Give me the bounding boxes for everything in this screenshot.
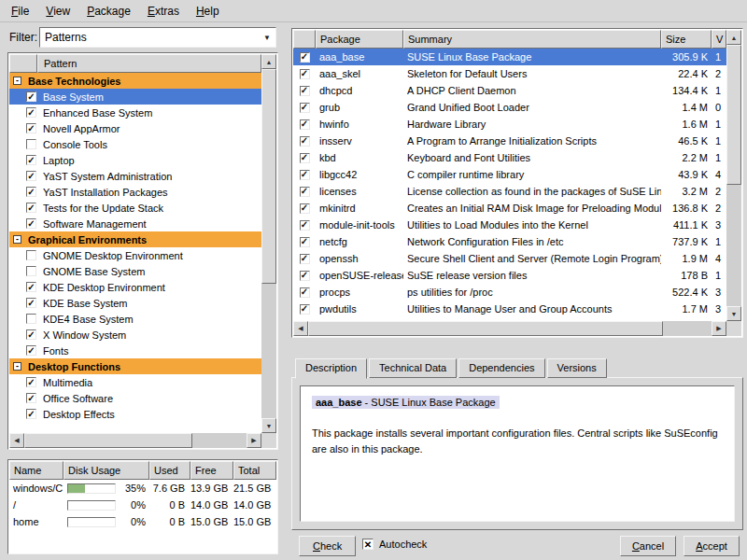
pattern-item-row[interactable]: ✓Multimedia: [9, 374, 261, 390]
scrollbar-thumb[interactable]: [261, 69, 276, 284]
autocheck-control[interactable]: ✕ Autocheck: [362, 539, 427, 550]
pattern-item-row[interactable]: KDE4 Base System: [9, 311, 261, 327]
scroll-right-icon[interactable]: ▶: [247, 433, 261, 448]
package-vertical-scrollbar[interactable]: ▲ ▼: [726, 30, 741, 321]
autocheck-label[interactable]: Autocheck: [379, 539, 427, 550]
menu-item-help[interactable]: Help: [189, 2, 227, 21]
menu-item-view[interactable]: View: [38, 2, 78, 21]
package-checkbox[interactable]: ✓: [300, 86, 310, 96]
package-checkbox[interactable]: ✓: [300, 103, 310, 113]
pattern-item-row[interactable]: ✓Novell AppArmor: [9, 120, 261, 136]
package-row[interactable]: ✓openSUSE-releaseSuSE release version fi…: [293, 267, 726, 284]
package-row[interactable]: ✓module-init-toolsUtilities to Load Modu…: [293, 217, 726, 233]
chevron-down-icon[interactable]: ▼: [259, 34, 275, 42]
scroll-left-icon[interactable]: ◀: [293, 321, 308, 336]
pattern-checkbox[interactable]: ✓: [26, 329, 36, 340]
package-checkbox[interactable]: ✓: [300, 220, 310, 231]
pattern-group-row[interactable]: -Base Technologies: [9, 73, 261, 89]
package-row[interactable]: ✓pwdutilsUtilities to Manage User and Gr…: [293, 301, 726, 317]
package-checkbox[interactable]: ✓: [300, 153, 310, 163]
package-row[interactable]: ✓netcfgNetwork Configuration Files in /e…: [293, 233, 726, 250]
pattern-status-column-header[interactable]: [9, 54, 37, 73]
pattern-item-row[interactable]: ✓YaST Installation Packages: [9, 184, 261, 200]
pattern-group-row[interactable]: -Graphical Environments: [9, 231, 261, 247]
scrollbar-thumb[interactable]: [24, 433, 192, 448]
package-horizontal-scrollbar[interactable]: ◀ ▶: [293, 321, 726, 336]
pattern-item-row[interactable]: ✓KDE Desktop Environment: [9, 279, 261, 295]
package-checkbox[interactable]: ✓: [300, 304, 310, 315]
pattern-item-row[interactable]: ✓Software Management: [9, 216, 261, 231]
pattern-vertical-scrollbar[interactable]: ▲ ▼: [261, 54, 276, 433]
pattern-item-row[interactable]: ✓YaST System Administration: [9, 168, 261, 184]
package-checkbox[interactable]: ✓: [300, 136, 310, 147]
pattern-checkbox[interactable]: ✓: [26, 123, 36, 133]
package-row[interactable]: ✓opensshSecure Shell Client and Server (…: [293, 250, 726, 267]
pattern-checkbox[interactable]: ✓: [26, 409, 36, 419]
check-button[interactable]: Check: [299, 536, 356, 556]
scroll-up-icon[interactable]: ▲: [726, 30, 741, 45]
package-row[interactable]: ✓mkinitrdCreates an Initial RAM Disk Ima…: [293, 200, 726, 217]
package-row[interactable]: ✓hwinfoHardware Library1.6 M1: [293, 116, 726, 133]
menu-item-extras[interactable]: Extras: [140, 2, 187, 21]
pattern-checkbox[interactable]: ✓: [26, 171, 36, 181]
pattern-checkbox[interactable]: ✓: [26, 203, 36, 213]
package-checkbox[interactable]: ✓: [300, 170, 310, 180]
package-row[interactable]: ✓procpsps utilities for /proc522.4 K3: [293, 284, 726, 301]
package-checkbox[interactable]: ✓: [300, 187, 310, 197]
package-row[interactable]: ✓grubGrand Unified Boot Loader1.4 M0: [293, 99, 726, 116]
pattern-item-row[interactable]: ✓Enhanced Base System: [9, 105, 261, 120]
package-row[interactable]: ✓libgcc42C compiler runtime library43.9 …: [293, 166, 726, 183]
pattern-checkbox[interactable]: ✓: [26, 107, 36, 118]
pattern-item-row[interactable]: ✓Desktop Effects: [9, 406, 261, 422]
accept-button[interactable]: Accept: [684, 536, 740, 556]
pattern-item-row[interactable]: ✓X Window System: [9, 327, 261, 343]
package-column-header[interactable]: Summary: [403, 30, 661, 49]
package-column-header[interactable]: Package: [316, 30, 403, 49]
pattern-checkbox[interactable]: ✓: [26, 298, 36, 308]
pattern-item-row[interactable]: Console Tools: [9, 136, 261, 152]
pattern-horizontal-scrollbar[interactable]: ◀ ▶: [9, 433, 261, 448]
pattern-item-row[interactable]: ✓Fonts: [9, 343, 261, 358]
pattern-checkbox[interactable]: [26, 139, 36, 149]
filter-dropdown[interactable]: Patterns ▼: [39, 27, 276, 48]
pattern-item-row[interactable]: ✓Laptop: [9, 152, 261, 168]
scrollbar-thumb[interactable]: [726, 45, 741, 185]
pattern-item-row[interactable]: GNOME Base System: [9, 263, 261, 279]
package-checkbox[interactable]: ✓: [300, 287, 310, 298]
scroll-left-icon[interactable]: ◀: [9, 433, 24, 448]
menu-item-file[interactable]: File: [4, 2, 36, 21]
menu-item-package[interactable]: Package: [79, 2, 138, 21]
collapse-minus-icon[interactable]: -: [13, 77, 21, 85]
pattern-item-row[interactable]: ✓KDE Base System: [9, 295, 261, 311]
package-checkbox[interactable]: ✓: [300, 237, 310, 247]
package-checkbox[interactable]: ✓: [300, 254, 310, 264]
pattern-checkbox[interactable]: ✓: [26, 187, 36, 197]
pattern-checkbox[interactable]: ✓: [26, 91, 36, 102]
package-row[interactable]: ✓dhcpcdA DHCP Client Daemon134.4 K1: [293, 82, 726, 99]
scroll-down-icon[interactable]: ▼: [726, 306, 741, 321]
package-checkbox[interactable]: ✓: [300, 119, 310, 130]
pattern-group-row[interactable]: -Desktop Functions: [9, 358, 261, 374]
scrollbar-thumb[interactable]: [308, 321, 663, 336]
package-row[interactable]: ✓insservA Program to Arrange Initializat…: [293, 133, 726, 149]
pattern-checkbox[interactable]: [26, 250, 36, 260]
pattern-checkbox[interactable]: [26, 266, 36, 276]
package-row[interactable]: ✓kbdKeyboard and Font Utilities2.2 M1: [293, 149, 726, 166]
pattern-checkbox[interactable]: ✓: [26, 218, 36, 229]
pattern-item-row[interactable]: ✓Office Software: [9, 390, 261, 406]
scroll-right-icon[interactable]: ▶: [712, 321, 726, 336]
package-column-header[interactable]: V: [712, 30, 726, 49]
package-column-header[interactable]: [293, 30, 316, 49]
package-checkbox[interactable]: ✓: [300, 52, 310, 63]
package-row[interactable]: ✓aaa_baseSUSE Linux Base Package305.9 K1: [293, 49, 726, 65]
collapse-minus-icon[interactable]: -: [13, 362, 21, 371]
cancel-button[interactable]: Cancel: [620, 536, 676, 556]
pattern-checkbox[interactable]: ✓: [26, 393, 36, 403]
tab-dependencies[interactable]: Dependencies: [458, 358, 544, 378]
autocheck-checkbox[interactable]: ✕: [362, 539, 374, 550]
pattern-column-header[interactable]: Pattern: [37, 54, 261, 73]
pattern-checkbox[interactable]: ✓: [26, 345, 36, 356]
package-row[interactable]: ✓licensesLicense collection as found in …: [293, 183, 726, 200]
package-checkbox[interactable]: ✓: [300, 203, 310, 214]
tab-technical-data[interactable]: Technical Data: [369, 358, 457, 378]
